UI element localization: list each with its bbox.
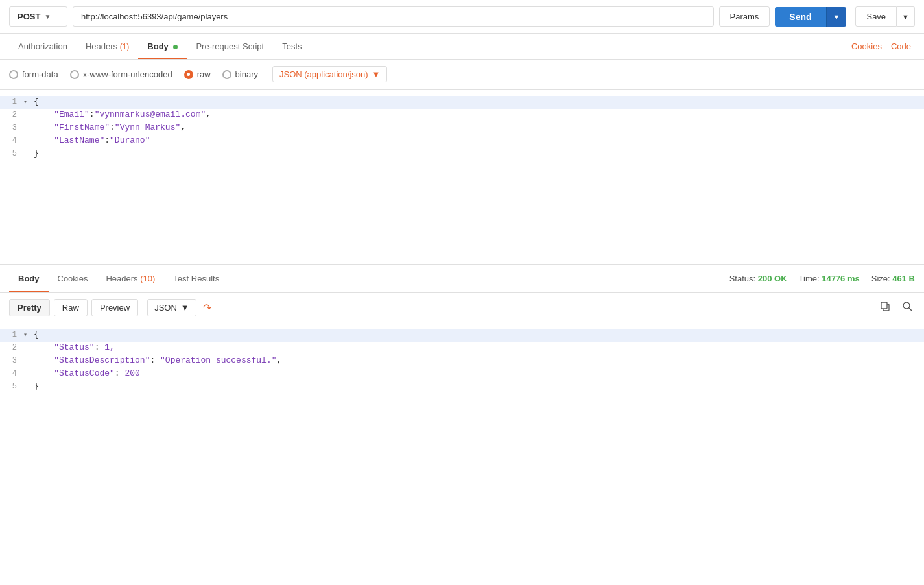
resp-preview-button[interactable]: Preview <box>91 299 138 316</box>
line-content: } <box>32 381 924 391</box>
line-content: { <box>32 97 924 106</box>
line-arrow: ▾ <box>23 98 32 106</box>
line-number: 4 <box>0 369 23 378</box>
send-group: Send ▼ <box>775 7 846 27</box>
response-tabs-row: Body Cookies Headers (10) Test Results S… <box>0 265 924 293</box>
raw-option[interactable]: raw <box>184 69 211 79</box>
size-value: 461 B <box>892 274 915 283</box>
binary-radio[interactable] <box>222 70 231 79</box>
line-number: 2 <box>0 343 23 352</box>
urlencoded-radio[interactable] <box>70 70 79 79</box>
cookies-link[interactable]: Cookies <box>847 34 886 59</box>
save-group: Save ▼ <box>855 6 915 27</box>
resp-toolbar-right <box>877 298 915 316</box>
body-active-dot <box>173 45 178 49</box>
line-content: "Status": 1, <box>32 342 924 352</box>
line-number: 5 <box>0 149 23 158</box>
resp-headers-badge: (10) <box>140 274 155 283</box>
request-tabs: Authorization Headers (1) Body Pre-reque… <box>0 34 924 60</box>
copy-button[interactable] <box>877 298 893 316</box>
line-content: "Email":"vynnmarkus@email.com", <box>32 110 924 119</box>
time-label: Time: 14776 ms <box>799 274 860 283</box>
code-line: 4 "LastName":"Durano" <box>0 135 924 148</box>
code-line: 4 "StatusCode": 200 <box>0 368 924 381</box>
tab-prerequest[interactable]: Pre-request Script <box>187 34 273 59</box>
svg-line-3 <box>909 308 912 311</box>
resp-tab-test-results[interactable]: Test Results <box>164 265 228 292</box>
code-line: 1▾{ <box>0 329 924 342</box>
search-button[interactable] <box>899 298 915 316</box>
line-content: "StatusDescription": "Operation successf… <box>32 355 924 365</box>
line-content: "FirstName":"Vynn Markus", <box>32 123 924 132</box>
form-data-radio[interactable] <box>9 70 18 79</box>
resp-pretty-button[interactable]: Pretty <box>9 299 50 316</box>
resp-tab-headers[interactable]: Headers (10) <box>97 265 164 292</box>
json-type-chevron-icon: ▼ <box>372 69 381 79</box>
time-value: 14776 ms <box>822 274 860 283</box>
resp-tab-body[interactable]: Body <box>9 265 49 292</box>
line-number: 4 <box>0 136 23 145</box>
method-chevron-icon: ▼ <box>44 13 51 20</box>
format-chevron-icon: ▼ <box>181 303 189 313</box>
method-label: POST <box>18 12 40 21</box>
line-number: 3 <box>0 123 23 132</box>
tab-tests[interactable]: Tests <box>273 34 311 59</box>
response-body-editor: 1▾{2 "Status": 1,3 "StatusDescription": … <box>0 322 924 426</box>
line-content: "LastName":"Durano" <box>32 136 924 145</box>
code-link[interactable]: Code <box>887 34 915 59</box>
urlencoded-option[interactable]: x-www-form-urlencoded <box>70 69 172 79</box>
tab-authorization[interactable]: Authorization <box>9 34 77 59</box>
params-button[interactable]: Params <box>719 6 770 27</box>
response-meta: Status: 200 OK Time: 14776 ms Size: 461 … <box>729 274 915 283</box>
status-value: 200 OK <box>758 274 787 283</box>
headers-badge: (1) <box>120 42 130 51</box>
req-tabs-right: Cookies Code <box>847 34 915 59</box>
code-line: 2 "Email":"vynnmarkus@email.com", <box>0 109 924 122</box>
method-dropdown[interactable]: POST ▼ <box>9 6 67 27</box>
line-content: "StatusCode": 200 <box>32 368 924 378</box>
line-number: 2 <box>0 110 23 119</box>
code-line: 5} <box>0 148 924 161</box>
code-line: 1▾{ <box>0 96 924 109</box>
raw-radio[interactable] <box>184 70 193 79</box>
line-content: { <box>32 329 924 339</box>
svg-rect-1 <box>881 302 887 309</box>
line-number: 3 <box>0 356 23 365</box>
binary-option[interactable]: binary <box>222 69 258 79</box>
tab-headers[interactable]: Headers (1) <box>77 34 138 59</box>
resp-raw-button[interactable]: Raw <box>54 299 88 316</box>
wrap-icon[interactable]: ↷ <box>200 299 214 316</box>
line-content: } <box>32 149 924 158</box>
form-data-option[interactable]: form-data <box>9 69 58 79</box>
save-button[interactable]: Save <box>855 6 897 27</box>
body-type-row: form-data x-www-form-urlencoded raw bina… <box>0 60 924 90</box>
resp-format-button[interactable]: JSON ▼ <box>147 299 196 316</box>
code-line: 5} <box>0 381 924 394</box>
size-label: Size: 461 B <box>871 274 915 283</box>
status-label: Status: 200 OK <box>729 274 787 283</box>
line-number: 1 <box>0 330 23 339</box>
request-body-editor[interactable]: 1▾{2 "Email":"vynnmarkus@email.com",3 "F… <box>0 90 924 265</box>
json-type-button[interactable]: JSON (application/json) ▼ <box>272 66 387 82</box>
send-dropdown-button[interactable]: ▼ <box>826 7 847 27</box>
save-dropdown-button[interactable]: ▼ <box>897 6 915 27</box>
line-number: 5 <box>0 382 23 391</box>
url-input[interactable] <box>73 6 714 27</box>
tab-body[interactable]: Body <box>138 34 187 59</box>
code-line: 2 "Status": 1, <box>0 342 924 355</box>
line-number: 1 <box>0 97 23 106</box>
code-line: 3 "StatusDescription": "Operation succes… <box>0 355 924 368</box>
response-section: Body Cookies Headers (10) Test Results S… <box>0 265 924 426</box>
code-line: 3 "FirstName":"Vynn Markus", <box>0 122 924 135</box>
line-arrow: ▾ <box>23 331 32 339</box>
resp-tab-cookies[interactable]: Cookies <box>49 265 97 292</box>
send-button[interactable]: Send <box>775 7 825 27</box>
response-toolbar: Pretty Raw Preview JSON ▼ ↷ <box>0 293 924 322</box>
top-bar: POST ▼ Params Send ▼ Save ▼ <box>0 0 924 34</box>
